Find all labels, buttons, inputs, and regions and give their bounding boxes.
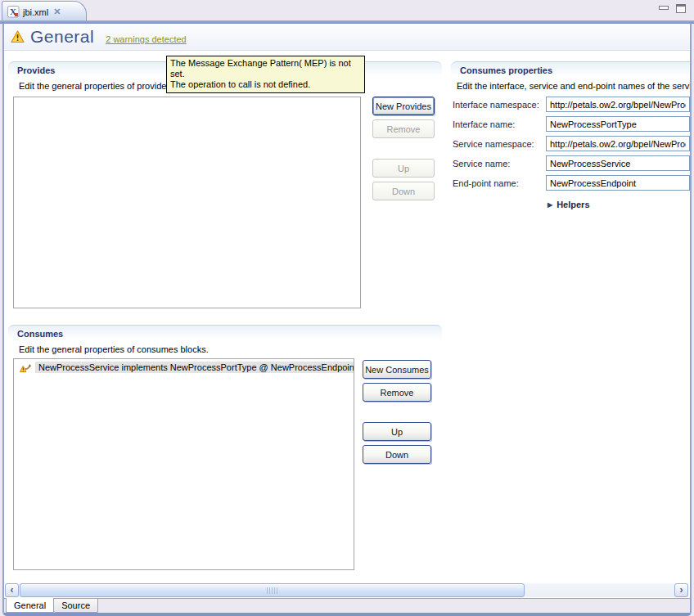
form-body: The Message Exchange Pattern( MEP) is no… [4,51,690,582]
tab-jbi-xml[interactable]: X jbi.xml ✕ [2,1,87,20]
new-consumes-button[interactable]: New Consumes [363,360,431,379]
editor-tabbar: X jbi.xml ✕ [0,0,694,20]
maximize-icon[interactable] [676,4,686,13]
endpoint-name-label: End-point name: [453,178,519,188]
consumes-title: Consumes [17,329,63,339]
consumes-description: Edit the general properties of consumes … [19,344,209,354]
scrollbar-grip-icon [267,587,278,594]
editor-window: X jbi.xml ✕ General 2 warnings [0,0,694,616]
provides-remove-button[interactable]: Remove [372,119,435,138]
service-name-label: Service name: [453,159,510,169]
provides-up-button[interactable]: Up [372,159,435,178]
interface-namespace-label: Interface namespace: [453,100,539,110]
warnings-detected-link[interactable]: 2 warnings detected [106,34,186,44]
provides-down-button[interactable]: Down [372,182,435,200]
validation-tooltip: The Message Exchange Pattern( MEP) is no… [166,56,365,93]
close-icon[interactable]: ✕ [53,7,61,17]
helpers-label: Helpers [557,200,589,209]
consumes-item-text: NewProcessService implements NewProcessP… [35,362,354,373]
scroll-left-icon[interactable]: ‹ [5,583,19,597]
service-name-field[interactable] [546,155,690,171]
tab-source[interactable]: Source [54,599,98,613]
scroll-right-icon[interactable]: › [674,583,688,597]
horizontal-scrollbar: ‹ › [5,583,688,597]
warning-icon [11,30,25,43]
tab-general[interactable]: General [6,598,54,613]
service-namespace-field[interactable] [546,136,690,151]
editor-frame: General 2 warnings detected The Message … [2,24,692,616]
consumes-up-button[interactable]: Up [363,422,431,441]
interface-name-label: Interface name: [453,119,515,129]
consumes-properties-section-header: Consumes properties [451,61,690,79]
new-provides-button[interactable]: New Provides [372,97,435,115]
scroll-row: ‹ › [4,582,690,598]
tooltip-line-1: The Message Exchange Pattern( MEP) is no… [170,58,361,79]
minimize-icon[interactable] [659,6,669,10]
consumes-list-item[interactable]: NewProcessService implements NewProcessP… [14,359,354,375]
helpers-twistie[interactable]: ▶Helpers [548,200,590,209]
page-tabs: General Source [4,598,690,613]
provides-title: Provides [17,65,55,75]
scrollbar-thumb[interactable] [20,583,525,597]
interface-namespace-field[interactable] [546,97,690,112]
xml-file-icon: X [7,6,20,18]
interface-name-field[interactable] [546,116,690,132]
page-title: General [30,27,94,47]
consumes-properties-description: Edit the interface, service and end-poin… [457,81,690,91]
tooltip-line-2: The operation to call is not defined. [170,79,361,90]
service-namespace-label: Service namespace: [453,139,534,149]
consumes-section-header: Consumes [8,325,442,342]
form-header: General 2 warnings detected [4,24,690,51]
consumes-list[interactable]: NewProcessService implements NewProcessP… [13,358,354,570]
provides-list[interactable] [13,97,361,308]
tab-title: jbi.xml [23,7,48,17]
consumes-remove-button[interactable]: Remove [363,383,431,402]
consumes-down-button[interactable]: Down [363,445,431,464]
consumes-properties-title: Consumes properties [460,65,552,75]
consume-warning-icon [20,362,32,373]
view-controls [659,4,686,13]
chevron-right-icon: ▶ [548,201,552,209]
endpoint-name-field[interactable] [546,175,690,191]
